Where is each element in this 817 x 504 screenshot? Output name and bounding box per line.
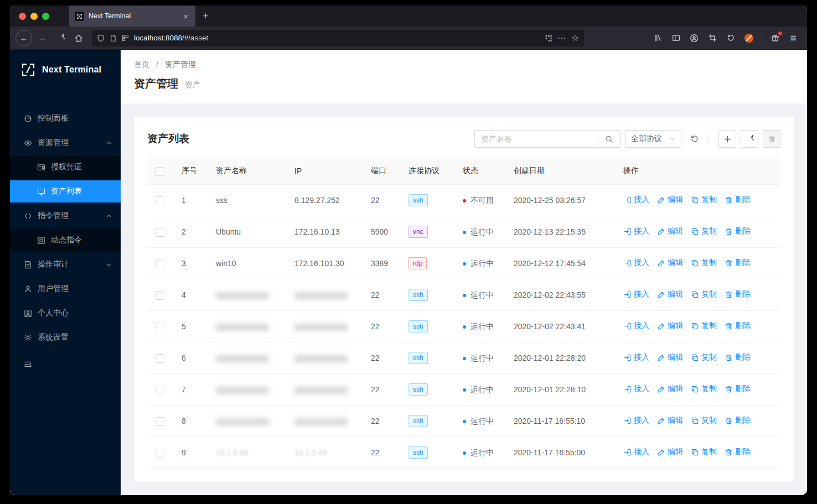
select-all-checkbox[interactable] bbox=[156, 167, 164, 176]
sidebar-item[interactable]: 资源管理 bbox=[10, 132, 121, 154]
forward-button[interactable]: → bbox=[34, 30, 50, 46]
access-link[interactable]: 接入 bbox=[623, 289, 649, 299]
new-tab-button[interactable]: + bbox=[195, 6, 215, 27]
library-button[interactable] bbox=[649, 30, 666, 46]
sidebar-item[interactable]: 个人中心 bbox=[10, 302, 121, 324]
access-link[interactable]: 接入 bbox=[623, 321, 649, 331]
sidebar-item[interactable]: 资产列表 bbox=[10, 180, 121, 202]
copy-link[interactable]: 复制 bbox=[691, 321, 717, 331]
sidebar-item[interactable]: 用户管理 bbox=[10, 278, 121, 300]
edit-link[interactable]: 编辑 bbox=[657, 415, 683, 425]
sidebar-submenu: 授权凭证资产列表 bbox=[10, 156, 121, 202]
back-button[interactable]: ← bbox=[15, 30, 32, 46]
zoom-window-button[interactable] bbox=[42, 13, 49, 20]
edit-link[interactable]: 编辑 bbox=[657, 447, 683, 457]
sidebars-button[interactable] bbox=[668, 30, 684, 46]
highlights-grid-icon[interactable] bbox=[545, 34, 552, 42]
access-link[interactable]: 接入 bbox=[623, 226, 649, 236]
row-checkbox[interactable] bbox=[156, 449, 164, 458]
blurred-text bbox=[216, 387, 269, 394]
sidebar-item[interactable]: 指令管理 bbox=[10, 205, 121, 227]
access-link[interactable]: 接入 bbox=[623, 195, 649, 205]
row-checkbox[interactable] bbox=[156, 386, 164, 394]
edit-link[interactable]: 编辑 bbox=[657, 226, 683, 236]
edit-link[interactable]: 编辑 bbox=[657, 352, 683, 362]
page-actions-icon[interactable]: ⋯ bbox=[557, 33, 566, 43]
copy-link[interactable]: 复制 bbox=[691, 415, 717, 425]
copy-link[interactable]: 复制 bbox=[691, 352, 717, 362]
sidebar-item[interactable]: 操作审计 bbox=[10, 253, 121, 276]
copy-link[interactable]: 复制 bbox=[691, 195, 717, 205]
sync-button[interactable] bbox=[686, 130, 704, 148]
copy-link[interactable]: 复制 bbox=[691, 258, 717, 268]
edit-link[interactable]: 编辑 bbox=[657, 195, 683, 205]
copy-link[interactable]: 复制 bbox=[691, 226, 717, 236]
menu-collapse-button[interactable] bbox=[10, 353, 121, 375]
site-permissions-icon[interactable] bbox=[122, 34, 129, 41]
row-checkbox[interactable] bbox=[156, 323, 164, 331]
bookmark-star-icon[interactable]: ☆ bbox=[571, 33, 579, 43]
delete-link[interactable]: 删除 bbox=[725, 226, 751, 236]
site-info-page-icon[interactable] bbox=[110, 34, 117, 42]
home-button[interactable] bbox=[70, 30, 87, 46]
delete-link[interactable]: 删除 bbox=[725, 447, 751, 457]
browser-tab[interactable]: Next Terminal × bbox=[69, 6, 195, 27]
sidebar-item[interactable]: 系统设置 bbox=[10, 326, 121, 349]
screenshot-crop-button[interactable] bbox=[704, 30, 721, 46]
sidebar-item[interactable]: 动态指令 bbox=[10, 229, 121, 251]
account-button[interactable] bbox=[686, 30, 702, 46]
copy-link[interactable]: 复制 bbox=[691, 289, 717, 299]
batch-delete-button[interactable] bbox=[763, 130, 780, 148]
delete-link[interactable]: 删除 bbox=[725, 415, 751, 425]
row-checkbox[interactable] bbox=[156, 291, 164, 300]
protocol-filter-select[interactable]: 全部协议 bbox=[625, 130, 681, 148]
whats-new-gift-button[interactable] bbox=[767, 30, 783, 46]
row-checkbox[interactable] bbox=[156, 417, 164, 426]
row-checkbox[interactable] bbox=[156, 354, 164, 363]
row-checkbox[interactable] bbox=[156, 196, 164, 205]
edit-link[interactable]: 编辑 bbox=[657, 258, 683, 268]
url-bar[interactable]: localhost:8088/#/asset ⋯ ☆ bbox=[92, 30, 584, 46]
access-link[interactable]: 接入 bbox=[623, 415, 649, 425]
access-link[interactable]: 接入 bbox=[623, 384, 649, 394]
row-checkbox[interactable] bbox=[156, 228, 164, 237]
delete-link[interactable]: 删除 bbox=[725, 289, 751, 299]
blurred-text bbox=[294, 418, 348, 425]
table-body: 1sss8.129.27.25222ssh不可用2020-12-25 03:26… bbox=[147, 185, 780, 469]
tab-close-icon[interactable]: × bbox=[182, 11, 190, 22]
edit-link[interactable]: 编辑 bbox=[657, 289, 683, 299]
url-text: localhost:8088/#/asset bbox=[134, 34, 540, 42]
content-blocker-extension-button[interactable] bbox=[741, 30, 757, 46]
edit-link[interactable]: 编辑 bbox=[657, 321, 683, 331]
sidebar-item[interactable]: 授权凭证 bbox=[10, 156, 121, 178]
delete-link[interactable]: 删除 bbox=[725, 352, 751, 362]
search-input[interactable] bbox=[475, 131, 598, 147]
close-window-button[interactable] bbox=[19, 13, 26, 20]
reload-button[interactable] bbox=[52, 30, 69, 46]
delete-link[interactable]: 删除 bbox=[725, 321, 751, 331]
app-menu-button[interactable]: ≡ bbox=[785, 30, 802, 46]
access-link[interactable]: 接入 bbox=[623, 447, 649, 457]
status-text: 运行中 bbox=[470, 290, 494, 300]
sidebar-item[interactable]: 控制面板 bbox=[10, 107, 121, 129]
edit-link[interactable]: 编辑 bbox=[657, 384, 683, 394]
copy-link[interactable]: 复制 bbox=[691, 384, 717, 394]
tracking-protection-shield-icon[interactable] bbox=[97, 34, 105, 42]
delete-link[interactable]: 删除 bbox=[725, 384, 751, 394]
row-checkbox[interactable] bbox=[156, 259, 164, 268]
add-asset-button[interactable] bbox=[718, 130, 736, 148]
breadcrumb-home-link[interactable]: 首页 bbox=[134, 60, 149, 69]
access-link[interactable]: 接入 bbox=[623, 352, 649, 362]
delete-link[interactable]: 删除 bbox=[725, 195, 751, 205]
forward-icon: → bbox=[38, 33, 46, 43]
search-button[interactable] bbox=[598, 131, 620, 147]
table-row: 422ssh运行中2020-12-02 22:43:55接入编辑复制删除 bbox=[147, 279, 780, 311]
refresh-button[interactable] bbox=[741, 130, 758, 148]
copy-link[interactable]: 复制 bbox=[691, 447, 717, 457]
delete-link[interactable]: 删除 bbox=[725, 258, 751, 268]
restore-session-button[interactable] bbox=[722, 30, 739, 46]
table-row: 722ssh运行中2020-12-01 22:28:10接入编辑复制删除 bbox=[147, 374, 780, 406]
minimize-window-button[interactable] bbox=[30, 13, 38, 20]
app-logo[interactable]: Next Terminal bbox=[10, 50, 121, 90]
access-link[interactable]: 接入 bbox=[623, 258, 649, 268]
